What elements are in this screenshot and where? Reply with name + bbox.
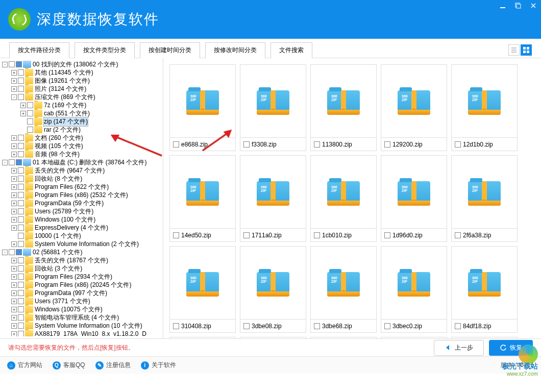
expander-icon[interactable]: + [11, 266, 17, 272]
file-checkbox[interactable] [243, 323, 250, 329]
file-item[interactable]: 360ZIP [381, 337, 447, 338]
tree-checkbox[interactable] [16, 249, 22, 255]
tree-node[interactable]: +Program Files (x86) (2532 个文件) [0, 191, 163, 199]
file-item[interactable]: 360ZIP [451, 337, 518, 338]
tree-checkbox[interactable] [18, 94, 24, 100]
tree-node[interactable]: +AX88179_178A_Win10_8.x_v1.18.2.0_D [0, 330, 163, 336]
expander-icon[interactable]: + [11, 307, 17, 312]
expander-icon[interactable]: - [2, 250, 8, 255]
expander-icon[interactable] [20, 119, 26, 125]
tree-node[interactable]: +7z (169 个文件) [0, 101, 163, 109]
tree-node[interactable]: rar (2 个文件) [0, 126, 163, 134]
tree-checkbox[interactable] [27, 127, 33, 133]
expander-icon[interactable]: + [20, 111, 26, 116]
tree-checkbox[interactable] [18, 241, 24, 247]
minimize-button[interactable] [495, 0, 510, 11]
expander-icon[interactable]: + [11, 201, 17, 206]
file-item[interactable]: 360ZIP3dbec0.zip [381, 246, 447, 333]
expander-icon[interactable]: + [11, 209, 17, 214]
tree-node[interactable]: +丢失的文件 (9647 个文件) [0, 166, 163, 175]
tree-checkbox[interactable] [18, 331, 24, 336]
file-checkbox[interactable] [243, 141, 250, 148]
footer-link[interactable]: i关于软件 [141, 361, 176, 370]
tree-node[interactable]: +文档 (260 个文件) [0, 134, 163, 142]
tree-checkbox[interactable] [18, 151, 24, 157]
file-checkbox[interactable] [455, 323, 461, 329]
file-item[interactable]: 360ZIP129200.zip [381, 64, 447, 151]
tree-checkbox[interactable] [18, 225, 24, 231]
tree-checkbox[interactable] [27, 110, 33, 116]
file-item[interactable]: 360ZIPf3308.zip [240, 64, 306, 151]
expander-icon[interactable]: + [11, 323, 17, 329]
tab-1[interactable]: 按文件类型分类 [75, 42, 135, 58]
expander-icon[interactable]: + [11, 168, 17, 174]
file-item[interactable]: 360ZIP [169, 337, 236, 338]
file-checkbox[interactable] [314, 141, 320, 148]
file-item[interactable]: 360ZIP3dbe68.zip [310, 246, 377, 333]
tree-checkbox[interactable] [18, 176, 24, 182]
footer-link[interactable]: ⌂官方网站 [7, 361, 42, 370]
tree-scroll[interactable]: -00 找到的文件 (138062 个文件)+其他 (114345 个文件)+图… [0, 60, 163, 336]
file-item[interactable]: 360ZIP12d1b0.zip [451, 64, 518, 151]
expander-icon[interactable]: - [11, 94, 17, 100]
file-checkbox[interactable] [455, 232, 461, 238]
file-item[interactable]: 360ZIP2f6a38.zip [451, 155, 518, 242]
tree-node[interactable]: 10000 (1 个文件) [0, 232, 163, 240]
tree-node[interactable]: zip (147 个文件) [0, 117, 163, 126]
tree-node[interactable]: -压缩文件 (869 个文件) [0, 93, 163, 101]
file-checkbox[interactable] [384, 232, 390, 238]
expander-icon[interactable]: + [11, 241, 17, 247]
tree-checkbox[interactable] [9, 159, 15, 165]
tree-checkbox[interactable] [18, 216, 24, 223]
view-list-button[interactable] [508, 44, 520, 56]
tree-node[interactable]: +音频 (98 个文件) [0, 150, 163, 158]
tree-checkbox[interactable] [18, 86, 24, 92]
maximize-button[interactable] [510, 0, 526, 11]
tree-checkbox[interactable] [18, 143, 24, 149]
prev-button[interactable]: 上一步 [434, 340, 484, 356]
expander-icon[interactable]: + [11, 143, 17, 149]
tree-checkbox[interactable] [18, 306, 24, 312]
file-checkbox[interactable] [314, 232, 320, 238]
file-grid[interactable]: 360ZIPe8688.zip360ZIPf3308.zip360ZIP1138… [163, 58, 541, 338]
expander-icon[interactable]: + [11, 315, 17, 321]
file-checkbox[interactable] [314, 323, 320, 329]
expander-icon[interactable]: + [11, 192, 17, 198]
file-item[interactable]: 360ZIP14ed50.zip [169, 155, 236, 242]
tree-checkbox[interactable] [27, 118, 33, 125]
file-item[interactable]: 360ZIP [310, 337, 377, 338]
expander-icon[interactable]: + [11, 86, 17, 92]
tree-checkbox[interactable] [27, 102, 33, 108]
expander-icon[interactable]: + [11, 274, 17, 280]
tree-checkbox[interactable] [18, 298, 24, 304]
tree-node[interactable]: +System Volume Information (2 个文件) [0, 240, 163, 248]
expander-icon[interactable]: + [11, 217, 17, 223]
tree-checkbox[interactable] [18, 257, 24, 263]
expander-icon[interactable]: + [11, 225, 17, 231]
expander-icon[interactable]: + [20, 103, 26, 108]
view-grid-button[interactable] [521, 44, 532, 56]
expander-icon[interactable]: + [11, 78, 17, 84]
tree-checkbox[interactable] [18, 208, 24, 214]
tree-node[interactable]: +回收站 (8 个文件) [0, 175, 163, 183]
tree-checkbox[interactable] [9, 61, 15, 67]
tree-node[interactable]: +ProgramData (997 个文件) [0, 289, 163, 297]
tree-checkbox[interactable] [18, 200, 24, 206]
tree-checkbox[interactable] [18, 290, 24, 296]
expander-icon[interactable]: + [11, 135, 17, 141]
file-item[interactable]: 360ZIP113800.zip [310, 64, 377, 151]
tree-checkbox[interactable] [16, 61, 22, 67]
tree-checkbox[interactable] [18, 314, 24, 321]
tree-node[interactable]: +Windows (10075 个文件) [0, 305, 163, 313]
tree-checkbox[interactable] [18, 323, 24, 329]
tree-checkbox[interactable] [18, 78, 24, 84]
tree-node[interactable]: +Program Files (2934 个文件) [0, 273, 163, 281]
tab-3[interactable]: 按修改时间分类 [205, 42, 265, 58]
tree-checkbox[interactable] [18, 192, 24, 198]
footer-link[interactable]: Q客服QQ [53, 361, 85, 370]
expander-icon[interactable]: + [11, 331, 17, 337]
file-checkbox[interactable] [384, 141, 390, 148]
expander-icon[interactable] [20, 127, 26, 133]
tree-checkbox[interactable] [16, 159, 22, 165]
file-item[interactable]: 360ZIPe8688.zip [169, 64, 236, 151]
